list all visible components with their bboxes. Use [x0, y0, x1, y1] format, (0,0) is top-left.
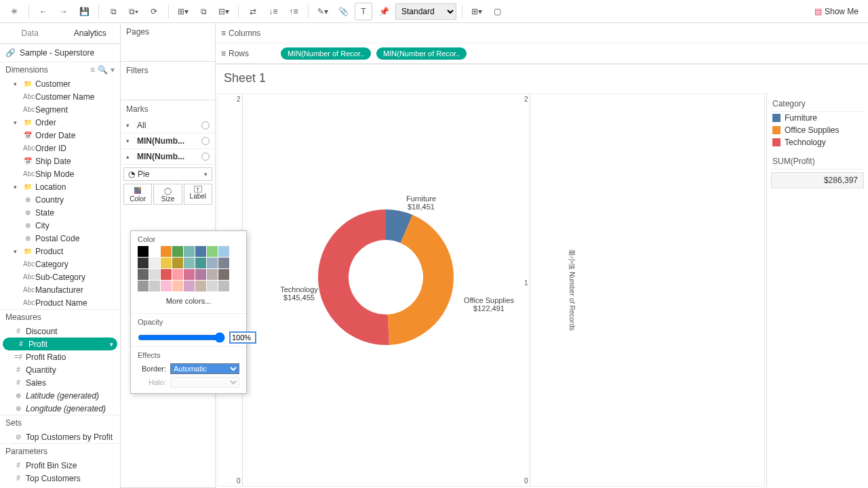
opacity-input[interactable] [229, 331, 256, 344]
color-swatch[interactable] [149, 246, 160, 257]
color-swatch[interactable] [184, 281, 195, 291]
color-swatch[interactable] [184, 258, 195, 268]
clear-button[interactable]: ⊟▾ [215, 3, 233, 20]
color-swatch[interactable] [172, 269, 183, 280]
columns-shelf[interactable]: ≡Columns [216, 23, 868, 43]
new-datasource-button[interactable]: ⧉ [104, 3, 122, 20]
show-cards-button[interactable]: ⊞▾ [468, 3, 486, 20]
pages-shelf[interactable]: Pages [121, 23, 215, 62]
folder-order[interactable]: ▾📁Order [0, 116, 120, 129]
pin-button[interactable]: 📌 [375, 3, 393, 20]
filters-shelf[interactable]: Filters [121, 62, 215, 100]
field-country[interactable]: ⊕Country [0, 193, 120, 206]
color-swatch[interactable] [207, 246, 218, 257]
field-order-id[interactable]: AbcOrder ID [0, 142, 120, 155]
color-swatch[interactable] [195, 269, 206, 280]
color-swatch[interactable] [161, 281, 172, 291]
color-swatch[interactable] [138, 281, 149, 291]
folder-customer[interactable]: ▾📁Customer [0, 77, 120, 90]
swap-button[interactable]: ⇄ [244, 3, 262, 20]
color-swatch[interactable] [207, 258, 218, 268]
marks-size-button[interactable]: ◯Size [153, 184, 182, 205]
show-me-button[interactable]: ▤ Show Me [810, 7, 863, 16]
field-quantity[interactable]: #Quantity [0, 363, 120, 376]
rows-shelf[interactable]: ≡Rows MIN(Number of Recor.. MIN(Number o… [216, 43, 868, 64]
more-colors-link[interactable]: More colors... [138, 293, 239, 309]
color-swatch[interactable] [218, 258, 229, 268]
field-ship-mode[interactable]: AbcShip Mode [0, 167, 120, 180]
marks-all[interactable]: ▾All [121, 118, 215, 134]
highlight-button[interactable]: ✎▾ [314, 3, 332, 20]
legend-item[interactable]: Technology [771, 136, 864, 148]
set-top-customers[interactable]: ⊘Top Customers by Profit [0, 430, 120, 443]
datasource-row[interactable]: 🔗 Sample - Superstore [0, 44, 120, 62]
legend-item[interactable]: Furniture [771, 112, 864, 124]
field-order-date[interactable]: 📅Order Date [0, 129, 120, 142]
marks-label-button[interactable]: TLabel [184, 184, 212, 205]
tab-analytics[interactable]: Analytics [60, 23, 121, 43]
marks-m2[interactable]: ▴MIN(Numb... [121, 149, 215, 165]
color-swatch[interactable] [138, 258, 149, 268]
pause-button[interactable]: ⧉▾ [125, 3, 142, 20]
legend-item[interactable]: Office Supplies [771, 124, 864, 136]
color-swatch[interactable] [172, 246, 183, 257]
color-swatch[interactable] [195, 281, 206, 291]
field-postal[interactable]: ⊕Postal Code [0, 232, 120, 245]
color-swatch[interactable] [149, 258, 160, 268]
border-select[interactable]: Automatic [170, 363, 239, 374]
field-city[interactable]: ⊕City [0, 219, 120, 232]
totals-button[interactable]: T [355, 3, 372, 20]
color-swatch[interactable] [207, 281, 218, 291]
color-swatch[interactable] [161, 269, 172, 280]
field-sales[interactable]: #Sales [0, 376, 120, 389]
color-swatch[interactable] [172, 258, 183, 268]
marks-m1[interactable]: ▾MIN(Numb... [121, 134, 215, 149]
color-swatch[interactable] [149, 269, 160, 280]
sheet-title[interactable]: Sheet 1 [216, 64, 868, 92]
field-discount[interactable]: #Discount [0, 325, 120, 338]
halo-select[interactable] [170, 377, 239, 388]
field-segment[interactable]: AbcSegment [0, 103, 120, 116]
color-swatch[interactable] [207, 269, 218, 280]
param-top-customers[interactable]: #Top Customers [0, 472, 120, 485]
sort-asc-button[interactable]: ↓≡ [264, 3, 282, 20]
param-bin-size[interactable]: #Profit Bin Size [0, 459, 120, 472]
folder-location[interactable]: ▾📁Location [0, 180, 120, 193]
field-customer-name[interactable]: AbcCustomer Name [0, 90, 120, 103]
color-swatch[interactable] [138, 269, 149, 280]
view-icon[interactable]: ≡ [90, 65, 95, 75]
refresh-button[interactable]: ⟳ [145, 3, 163, 20]
color-swatch[interactable] [195, 258, 206, 268]
field-manufacturer[interactable]: AbcManufacturer [0, 283, 120, 296]
save-button[interactable]: 💾 [75, 3, 93, 20]
color-swatch[interactable] [184, 246, 195, 257]
pill-min-records-1[interactable]: MIN(Number of Recor.. [281, 47, 371, 60]
field-subcategory[interactable]: AbcSub-Category [0, 270, 120, 283]
donut-chart[interactable] [311, 203, 460, 352]
mark-type-select[interactable]: ◔ Pie▾ [123, 167, 212, 181]
search-icon[interactable]: 🔍 [98, 65, 108, 75]
back-button[interactable]: ← [35, 3, 52, 20]
forward-button[interactable]: → [55, 3, 73, 20]
field-profit[interactable]: #Profit▾ [3, 338, 117, 350]
field-category[interactable]: AbcCategory [0, 258, 120, 270]
color-swatch[interactable] [138, 246, 149, 257]
field-state[interactable]: ⊕State [0, 206, 120, 219]
duplicate-button[interactable]: ⧉ [195, 3, 212, 20]
color-swatch[interactable] [172, 281, 183, 291]
new-worksheet-button[interactable]: ⊞▾ [174, 3, 192, 20]
field-latitude[interactable]: ⊕Latitude (generated) [0, 389, 120, 402]
pill-min-records-2[interactable]: MIN(Number of Recor.. [376, 47, 467, 60]
fit-select[interactable]: Standard [395, 3, 456, 20]
field-product-name[interactable]: AbcProduct Name [0, 296, 120, 309]
sort-desc-button[interactable]: ↑≡ [285, 3, 302, 20]
menu-icon[interactable]: ▾ [111, 65, 115, 75]
color-swatch[interactable] [218, 246, 229, 257]
marks-color-button[interactable]: Color [123, 184, 152, 205]
color-swatch[interactable] [161, 258, 172, 268]
plot-area[interactable]: 2 2 1 0 0 最小值 Number of Records Furnitur… [217, 94, 765, 487]
color-swatch[interactable] [195, 246, 206, 257]
presentation-button[interactable]: ▢ [488, 3, 506, 20]
color-swatch[interactable] [149, 281, 160, 291]
donut-segment[interactable] [318, 209, 389, 345]
